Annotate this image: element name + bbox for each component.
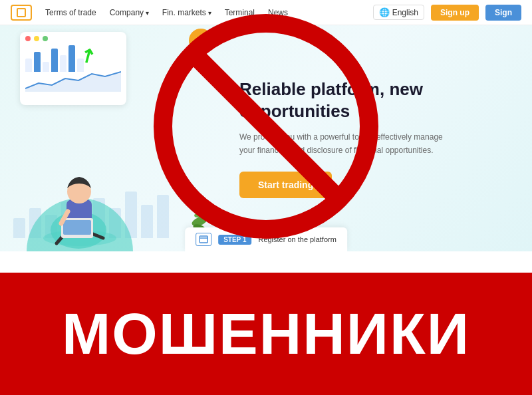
svg-marker-0 (25, 72, 121, 92)
website-preview: Terms of trade Company Fin. markets Term… (0, 0, 532, 273)
svg-rect-14 (200, 236, 207, 243)
signin-button[interactable]: Sign (485, 5, 521, 21)
step-icon (196, 233, 211, 246)
bottom-banner: МОШЕННИКИ (0, 273, 532, 395)
language-label: English (392, 8, 418, 17)
hero-section: $ ↗ (0, 25, 532, 251)
person-illustration (27, 152, 133, 251)
banner-text: МОШЕННИКИ (62, 300, 470, 368)
hero-title: Reliable platform, new opportunities (239, 78, 505, 122)
navbar: Terms of trade Company Fin. markets Term… (0, 0, 532, 25)
logo[interactable] (11, 5, 32, 21)
hero-description: We provide you with a powerful tool to e… (239, 131, 452, 156)
dollar-badge: $ (189, 29, 213, 53)
step-bar: STEP 1 Register on the platform (185, 227, 347, 251)
nav-fin-markets[interactable]: Fin. markets (162, 8, 211, 17)
nav-news[interactable]: News (268, 8, 288, 17)
chart-line (25, 68, 121, 92)
nav-terms[interactable]: Terms of trade (45, 8, 96, 17)
svg-rect-8 (63, 220, 91, 235)
nav-links: Terms of trade Company Fin. markets Term… (45, 8, 373, 17)
step-text: Register on the platform (258, 235, 336, 243)
start-trading-button[interactable]: Start trading (239, 172, 332, 198)
globe-icon: 🌐 (379, 7, 390, 17)
chart-header (20, 32, 126, 43)
hero-content: Reliable platform, new opportunities We … (226, 65, 532, 211)
nav-right: 🌐 English Sign up Sign (373, 5, 521, 21)
language-selector[interactable]: 🌐 English (373, 5, 424, 20)
nav-company[interactable]: Company (110, 8, 149, 17)
signup-button[interactable]: Sign up (431, 5, 479, 21)
nav-terminal[interactable]: Terminal (225, 8, 255, 17)
step-badge: STEP 1 (218, 235, 251, 245)
chart-illustration (20, 32, 126, 105)
hero-illustration-area: $ ↗ (0, 25, 226, 251)
